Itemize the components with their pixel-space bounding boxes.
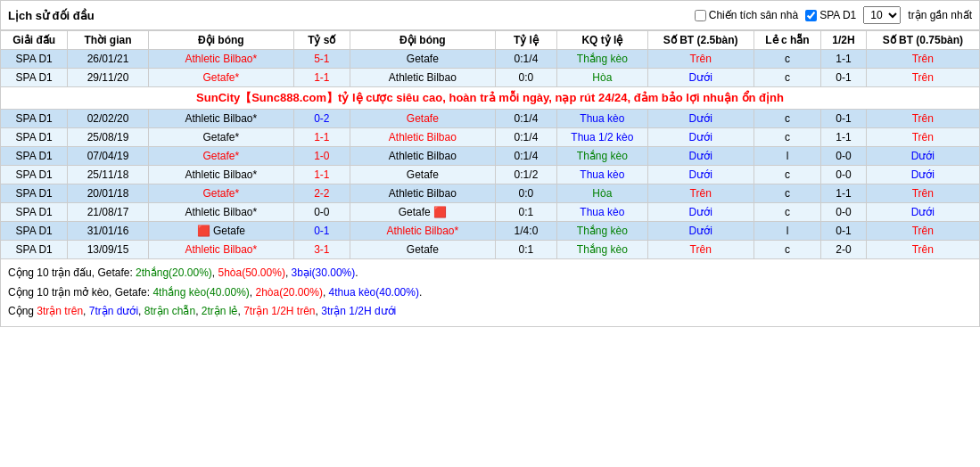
table-cell: 25/11/18 [68, 166, 148, 184]
footer-section: Cộng 10 trận đấu, Getafe: 2thắng(20.00%)… [0, 259, 980, 327]
table-cell: Trên [647, 50, 754, 69]
table-cell: SPA D1 [1, 241, 68, 259]
footer-stat: . [355, 266, 358, 279]
checkbox1[interactable] [695, 10, 706, 21]
table-cell: Thắng kèo [556, 147, 647, 166]
table-row: SPA D107/04/19Getafe*1-0Athletic Bilbao0… [1, 147, 980, 166]
table-cell: 0-0 [821, 147, 866, 166]
checkbox1-label[interactable]: Chiến tích sân nhà [695, 9, 798, 21]
table-cell: 0-2 [293, 110, 350, 128]
table-cell: Getafe* [148, 184, 293, 203]
table-cell: 🟥 Getafe [148, 222, 293, 241]
table-cell: c [754, 69, 821, 87]
table-cell: Athletic Bilbao* [148, 203, 293, 222]
table-cell: 0:1/2 [495, 166, 556, 184]
table-cell: Getafe* [148, 69, 293, 87]
footer-stat: 7trận 1/2H trên [243, 305, 315, 317]
table-cell: 1-1 [293, 128, 350, 147]
footer-stat: 7trận dưới [89, 305, 138, 317]
checkbox2[interactable] [805, 10, 817, 21]
checkbox2-label[interactable]: SPA D1 [805, 9, 856, 21]
table-cell: SPA D1 [1, 50, 68, 69]
footer-line3: Cộng 3trận trên, 7trận dưới, 8trận chẵn,… [8, 302, 972, 322]
table-cell: c [754, 184, 821, 203]
table-cell: Trên [866, 222, 979, 241]
table-cell: c [754, 50, 821, 69]
table-cell: 0-0 [821, 166, 866, 184]
table-row: SPA D121/08/17Athletic Bilbao*0-0Getafe … [1, 203, 980, 222]
table-cell: Dưới [647, 69, 754, 87]
table-cell: SPA D1 [1, 110, 68, 128]
table-cell: Getafe [350, 110, 495, 128]
table-cell: l [754, 147, 821, 166]
table-cell: Hòa [556, 184, 647, 203]
main-table: Giải đấu Thời gian Đội bóng Tỷ số Đội bó… [0, 30, 980, 259]
table-cell: SPA D1 [1, 69, 68, 87]
table-row: SPA D126/01/21Athletic Bilbao*5-1Getafe0… [1, 50, 980, 69]
table-cell: c [754, 166, 821, 184]
table-cell: 2-0 [821, 241, 866, 259]
table-cell: Hòa [556, 69, 647, 87]
table-cell: 1-1 [821, 50, 866, 69]
table-row: SPA D125/08/19Getafe*1-1Athletic Bilbao0… [1, 128, 980, 147]
table-cell: Trên [866, 184, 979, 203]
table-cell: 1-1 [821, 184, 866, 203]
table-cell: Dưới [647, 128, 754, 147]
match-count-select[interactable]: 5 10 15 20 [863, 6, 901, 24]
table-cell: Getafe [350, 241, 495, 259]
table-cell: Dưới [866, 203, 979, 222]
suffix-text: trận gần nhất [908, 9, 972, 21]
table-cell: c [754, 110, 821, 128]
table-cell: Dưới [647, 110, 754, 128]
table-cell: SPA D1 [1, 166, 68, 184]
table-cell: Getafe [350, 166, 495, 184]
table-cell: 0:1/4 [495, 147, 556, 166]
table-row: SPA D125/11/18Athletic Bilbao*1-1Getafe0… [1, 166, 980, 184]
table-cell: 25/08/19 [68, 128, 148, 147]
footer-stat: 8trận chẵn [144, 305, 195, 317]
footer-stat: , [138, 305, 144, 317]
footer-stat: , [195, 305, 202, 317]
page-title: Lịch sử đối đầu [8, 9, 95, 22]
table-cell: Dưới [647, 166, 754, 184]
table-cell: 3-1 [293, 241, 350, 259]
footer-stat: 3bại(30.00%) [292, 266, 356, 279]
table-cell: Thua kèo [556, 110, 647, 128]
table-cell: 0-0 [293, 203, 350, 222]
table-cell: c [754, 203, 821, 222]
table-cell: Trên [866, 50, 979, 69]
footer-stat: 3trận trên [37, 305, 83, 317]
table-row: SPA D120/01/18Getafe*2-2Athletic Bilbao0… [1, 184, 980, 203]
table-cell: Thua kèo [556, 166, 647, 184]
table-cell: 0:1/4 [495, 110, 556, 128]
table-cell: 02/02/20 [68, 110, 148, 128]
table-row: SPA D113/09/15Athletic Bilbao*3-1Getafe0… [1, 241, 980, 259]
col-sobt075: Số BT (0.75bàn) [866, 31, 979, 50]
table-cell: Trên [647, 184, 754, 203]
table-cell: 1-0 [293, 147, 350, 166]
table-cell: 1/4:0 [495, 222, 556, 241]
table-cell: 0-1 [821, 222, 866, 241]
table-cell: c [754, 241, 821, 259]
table-cell: 0:1/4 [495, 50, 556, 69]
table-cell: Trên [866, 69, 979, 87]
ad-row: SunCity【Sunc888.com】tỷ lệ cược siêu cao,… [1, 87, 980, 110]
footer-stat: , [323, 286, 329, 299]
table-cell: Dưới [647, 222, 754, 241]
table-cell: 5-1 [293, 50, 350, 69]
table-cell: 0:0 [495, 184, 556, 203]
table-cell: 20/01/18 [68, 184, 148, 203]
table-cell: Getafe* [148, 147, 293, 166]
table-cell: SPA D1 [1, 128, 68, 147]
col-tyso: Tỷ số [293, 31, 350, 50]
table-cell: SPA D1 [1, 147, 68, 166]
table-cell: c [754, 128, 821, 147]
table-cell: Athletic Bilbao* [148, 166, 293, 184]
col-thoigian: Thời gian [68, 31, 148, 50]
col-half: 1/2H [821, 31, 866, 50]
footer-stat: 4thua kèo(40.00%) [329, 286, 419, 299]
table-cell: SPA D1 [1, 222, 68, 241]
header-controls: Chiến tích sân nhà SPA D1 5 10 15 20 trậ… [695, 6, 972, 24]
table-row: SPA D102/02/20Athletic Bilbao*0-2Getafe0… [1, 110, 980, 128]
table-cell: Athletic Bilbao* [148, 50, 293, 69]
